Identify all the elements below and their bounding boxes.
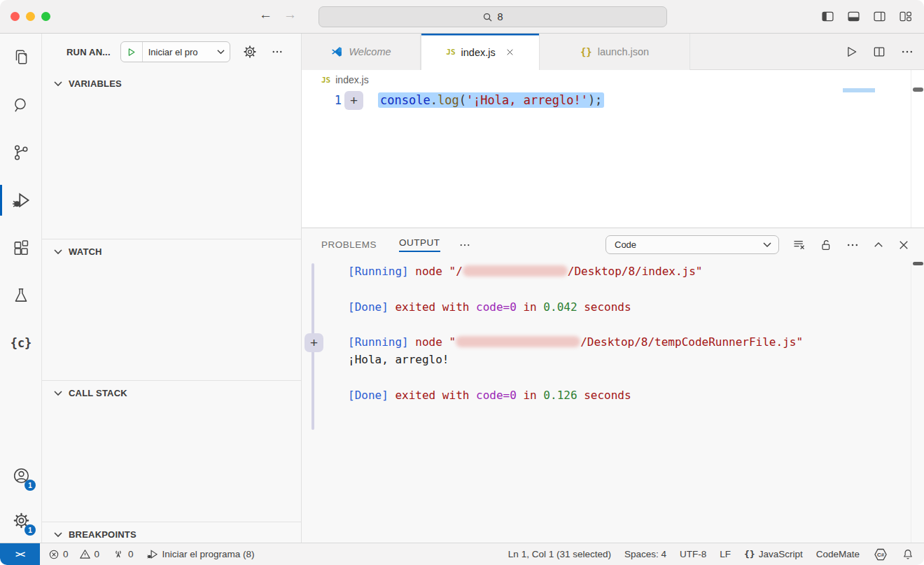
editor-scrollbar-thumb[interactable] xyxy=(913,88,923,92)
explorer-icon xyxy=(12,48,30,67)
section-call-stack[interactable]: CALL STACK xyxy=(42,384,301,402)
status-bar: >< 0 0 0 Iniciar el programa (8) Ln 1, C… xyxy=(0,543,924,565)
section-watch[interactable]: WATCH xyxy=(42,242,301,260)
activity-explorer[interactable] xyxy=(0,34,42,81)
warning-count: 0 xyxy=(94,549,100,559)
bottom-panel: PROBLEMS OUTPUT Code xyxy=(302,228,924,543)
forward-icon[interactable]: → xyxy=(284,7,297,22)
toggle-sidebar-icon[interactable] xyxy=(820,9,835,24)
output-channel-select[interactable]: Code xyxy=(606,235,779,254)
ports-count: 0 xyxy=(128,549,134,559)
start-debug-icon[interactable] xyxy=(121,47,142,57)
sash-plus-button[interactable]: + xyxy=(304,333,323,352)
history-nav: ← → xyxy=(259,7,297,22)
tab-bar: Welcome JS index.js {} launch.json xyxy=(302,34,924,70)
activity-testing[interactable] xyxy=(0,272,42,319)
selected-code: console.log('¡Hola, arreglo!'); xyxy=(378,92,604,108)
output-log: [Running] node "//Desktop/8/index.js" [D… xyxy=(348,263,803,404)
activity-run-and-debug[interactable] xyxy=(0,176,42,224)
close-panel-icon[interactable] xyxy=(897,239,910,251)
traffic-lights xyxy=(10,12,50,21)
csharp-status[interactable]: C# xyxy=(873,547,888,562)
activity-c-namespace[interactable]: {c} xyxy=(0,319,42,367)
run-and-debug-icon xyxy=(11,190,31,210)
tab-launch-json[interactable]: {} launch.json xyxy=(540,34,690,70)
minimize-window-button[interactable] xyxy=(26,12,35,21)
section-label: WATCH xyxy=(69,246,102,257)
tab-output[interactable]: OUTPUT xyxy=(399,237,440,252)
activity-search[interactable] xyxy=(0,81,42,129)
clear-output-icon[interactable] xyxy=(792,237,806,252)
remote-indicator[interactable]: >< xyxy=(0,543,40,565)
customize-layout-icon[interactable] xyxy=(898,9,913,24)
activity-source-control[interactable] xyxy=(0,129,42,176)
section-divider xyxy=(42,239,301,239)
more-actions-icon[interactable] xyxy=(900,45,914,59)
more-actions-icon[interactable] xyxy=(846,238,860,252)
radio-tower-icon xyxy=(112,548,125,561)
encoding[interactable]: UTF-8 xyxy=(680,549,706,559)
gutter-plus-button[interactable]: + xyxy=(344,91,363,110)
warning-icon xyxy=(79,548,91,560)
settings-badge: 1 xyxy=(24,524,36,536)
notifications[interactable] xyxy=(902,548,914,561)
tab-label: launch.json xyxy=(598,46,649,57)
maximize-panel-icon[interactable] xyxy=(872,239,885,251)
debug-status[interactable]: Iniciar el programa (8) xyxy=(146,548,255,561)
breadcrumb[interactable]: JS index.js xyxy=(302,70,924,90)
error-icon xyxy=(48,549,59,560)
error-count: 0 xyxy=(63,549,69,559)
split-editor-icon[interactable] xyxy=(872,45,886,59)
vscode-window: ← → 8 xyxy=(0,0,924,565)
launch-config-control[interactable]: Iniciar el pro xyxy=(120,41,230,62)
toggle-secondary-sidebar-icon[interactable] xyxy=(872,9,887,24)
output-segment: code=0 xyxy=(476,389,517,402)
section-breakpoints[interactable]: BREAKPOINTS xyxy=(42,525,301,543)
json-braces-icon: {} xyxy=(744,549,755,559)
debug-run-icon xyxy=(146,548,159,561)
language-mode[interactable]: {} JavaScript xyxy=(744,549,803,559)
toggle-panel-icon[interactable] xyxy=(846,9,861,24)
svg-text:C#: C# xyxy=(877,551,885,557)
activity-accounts[interactable]: 1 xyxy=(0,453,42,498)
tab-problems[interactable]: PROBLEMS xyxy=(321,239,377,250)
cursor-position[interactable]: Ln 1, Col 1 (31 selected) xyxy=(508,549,611,559)
breadcrumb-item[interactable]: index.js xyxy=(335,74,368,85)
indentation[interactable]: Spaces: 4 xyxy=(624,549,666,559)
output-segment: [Running] xyxy=(348,265,409,278)
ports-status[interactable]: 0 xyxy=(112,548,134,561)
title-bar: ← → 8 xyxy=(0,0,924,34)
command-center-search[interactable]: 8 xyxy=(318,6,667,27)
code-line-1[interactable]: 1 + console.log('¡Hola, arreglo!'); xyxy=(302,91,924,111)
output-line xyxy=(348,316,803,333)
more-actions-icon[interactable] xyxy=(271,46,284,58)
back-icon[interactable]: ← xyxy=(259,7,272,22)
tab-welcome[interactable]: Welcome xyxy=(302,34,421,70)
javascript-file-icon: JS xyxy=(321,76,330,85)
activity-extensions[interactable] xyxy=(0,224,42,272)
more-panel-tabs-icon[interactable] xyxy=(458,239,471,251)
chevron-down-icon[interactable] xyxy=(217,49,225,55)
chevron-down-icon xyxy=(54,249,62,255)
run-code-icon[interactable] xyxy=(844,45,858,59)
section-variables[interactable]: VARIABLES xyxy=(42,74,301,92)
javascript-file-icon: JS xyxy=(446,48,455,57)
activity-settings[interactable]: 1 xyxy=(0,498,42,543)
output-line: [Done] exited with code=0 in 0.042 secon… xyxy=(348,298,803,316)
debug-settings-gear-icon[interactable] xyxy=(243,45,257,59)
problems-status[interactable]: 0 0 xyxy=(48,548,99,560)
editor-actions xyxy=(844,34,914,70)
code-token: console xyxy=(380,93,430,107)
codemate-extension[interactable]: CodeMate xyxy=(816,549,860,559)
unlock-icon[interactable] xyxy=(819,238,833,252)
tab-index-js[interactable]: JS index.js xyxy=(421,34,540,71)
output-segment: [Done] xyxy=(348,300,388,314)
zoom-window-button[interactable] xyxy=(41,12,50,21)
panel-scrollbar-thumb[interactable] xyxy=(913,262,923,265)
eol-sequence[interactable]: LF xyxy=(720,549,731,559)
code-token: . xyxy=(430,93,438,107)
sidebar-header: RUN AN... Iniciar el pro xyxy=(42,34,301,70)
close-tab-icon[interactable] xyxy=(505,48,514,57)
close-window-button[interactable] xyxy=(10,12,20,21)
output-view[interactable]: + [Running] node "//Desktop/8/index.js" … xyxy=(302,261,924,543)
